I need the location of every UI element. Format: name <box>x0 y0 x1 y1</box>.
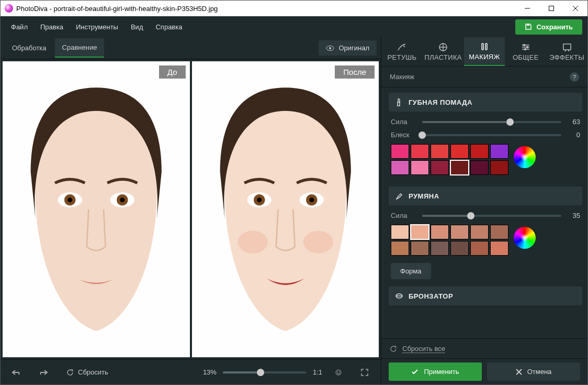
refresh-icon <box>66 369 74 376</box>
svg-point-24 <box>337 371 338 372</box>
color-swatch[interactable] <box>411 144 429 159</box>
blush-strength-value: 35 <box>568 212 580 219</box>
tool-tabs: РЕТУШЬ ПЛАСТИКА МАКИЯЖ ОБЩЕЕ ЭФФЕКТЫ <box>381 37 587 67</box>
blush-swatches <box>391 225 508 256</box>
color-swatch[interactable] <box>391 144 409 159</box>
svg-point-35 <box>526 46 528 48</box>
color-swatch[interactable] <box>490 160 508 175</box>
color-swatch[interactable] <box>490 144 508 159</box>
minimize-button[interactable] <box>515 1 539 16</box>
eye-icon <box>326 45 334 51</box>
color-swatch[interactable] <box>391 225 409 239</box>
fullscreen-button[interactable] <box>355 364 375 381</box>
canvas-area: До После <box>1 59 381 359</box>
svg-rect-29 <box>482 43 483 50</box>
lipstick-color-wheel[interactable] <box>514 146 536 168</box>
color-swatch[interactable] <box>431 144 449 159</box>
help-button[interactable]: ? <box>570 72 579 82</box>
window-title: PhotoDiva - portrait-of-beautiful-girl-w… <box>16 5 515 13</box>
svg-point-25 <box>339 371 340 372</box>
original-toggle-button[interactable]: Оригинал <box>319 40 377 56</box>
svg-point-10 <box>67 197 72 202</box>
lipstick-strength-slider[interactable] <box>422 121 561 123</box>
apply-button[interactable]: Применить <box>389 362 482 381</box>
maximize-button[interactable] <box>539 1 563 16</box>
panel-header: Макияж ? <box>381 67 587 87</box>
refresh-icon <box>390 345 397 353</box>
tool-tab-plastic[interactable]: ПЛАСТИКА <box>423 37 464 66</box>
svg-rect-4 <box>527 24 529 26</box>
bronzer-icon <box>395 292 403 300</box>
blush-strength-slider[interactable] <box>422 215 561 217</box>
lipstick-gloss-label: Блеск <box>391 131 416 139</box>
reset-button[interactable]: Сбросить <box>59 365 116 379</box>
color-swatch[interactable] <box>411 241 429 256</box>
color-swatch[interactable] <box>431 160 449 175</box>
zoom-1to1-button[interactable]: 1:1 <box>313 368 322 376</box>
color-swatch[interactable] <box>391 160 409 175</box>
color-swatch[interactable] <box>411 160 429 175</box>
before-label: До <box>159 65 186 79</box>
svg-point-16 <box>303 231 333 254</box>
fit-face-button[interactable] <box>329 364 348 381</box>
save-button[interactable]: Сохранить <box>515 19 582 35</box>
color-swatch[interactable] <box>411 225 429 239</box>
close-button[interactable] <box>563 1 587 16</box>
zoom-slider[interactable] <box>223 371 307 373</box>
lipstick-strength-value: 63 <box>568 118 580 126</box>
color-swatch[interactable] <box>450 160 469 175</box>
section-blush-header[interactable]: РУМЯНА <box>389 186 582 205</box>
lipstick-gloss-slider[interactable] <box>422 134 561 136</box>
titlebar: PhotoDiva - portrait-of-beautiful-girl-w… <box>1 1 587 16</box>
after-image <box>192 61 379 357</box>
after-canvas[interactable]: После <box>192 61 379 357</box>
color-swatch[interactable] <box>450 225 469 239</box>
section-blush-body: Сила 35 Форма <box>389 212 582 287</box>
color-swatch[interactable] <box>470 144 489 159</box>
menu-edit[interactable]: Правка <box>35 20 69 34</box>
svg-point-22 <box>309 197 314 202</box>
before-canvas[interactable]: До <box>3 61 190 357</box>
undo-button[interactable] <box>7 364 27 381</box>
color-swatch[interactable] <box>470 241 489 256</box>
brush-icon <box>395 192 403 200</box>
color-swatch[interactable] <box>470 225 489 239</box>
color-swatch[interactable] <box>450 144 469 159</box>
tab-processing[interactable]: Обработка <box>5 39 54 57</box>
color-swatch[interactable] <box>470 160 489 175</box>
menu-tools[interactable]: Инструменты <box>71 20 123 34</box>
tool-tab-retouch[interactable]: РЕТУШЬ <box>381 37 423 66</box>
menubar: Файл Правка Инструменты Вид Справка Сохр… <box>1 16 587 37</box>
blush-shape-button[interactable]: Форма <box>391 263 431 279</box>
after-label: После <box>335 65 375 79</box>
svg-point-15 <box>238 231 267 254</box>
svg-point-19 <box>257 197 262 202</box>
lipstick-icon <box>395 98 403 106</box>
color-swatch[interactable] <box>431 225 449 239</box>
color-swatch[interactable] <box>490 241 508 256</box>
tool-tab-general[interactable]: ОБЩЕЕ <box>505 37 546 66</box>
section-bronzer-header[interactable]: БРОНЗАТОР <box>389 287 582 305</box>
svg-rect-30 <box>485 43 487 50</box>
cancel-button[interactable]: Отмена <box>487 362 580 381</box>
color-swatch[interactable] <box>450 241 469 256</box>
tool-tab-effects[interactable]: ЭФФЕКТЫ <box>546 37 587 66</box>
blush-color-wheel[interactable] <box>514 227 536 249</box>
svg-rect-37 <box>563 44 571 50</box>
menu-help[interactable]: Справка <box>150 20 187 34</box>
reset-all-link[interactable]: Сбросить все <box>381 338 587 358</box>
redo-button[interactable] <box>33 364 53 381</box>
section-lipstick-header[interactable]: ГУБНАЯ ПОМАДА <box>389 93 582 112</box>
color-swatch[interactable] <box>391 241 409 256</box>
color-swatch[interactable] <box>431 241 449 256</box>
check-icon <box>411 369 419 375</box>
menu-view[interactable]: Вид <box>126 20 149 34</box>
menu-file[interactable]: Файл <box>6 20 33 34</box>
tab-compare[interactable]: Сравнение <box>55 38 105 58</box>
svg-rect-1 <box>549 6 554 11</box>
color-swatch[interactable] <box>490 225 508 239</box>
tool-tab-makeup[interactable]: МАКИЯЖ <box>464 37 505 66</box>
lipstick-swatches <box>391 144 508 175</box>
zoom-value: 13% <box>198 368 217 376</box>
app-logo-icon <box>5 4 13 13</box>
